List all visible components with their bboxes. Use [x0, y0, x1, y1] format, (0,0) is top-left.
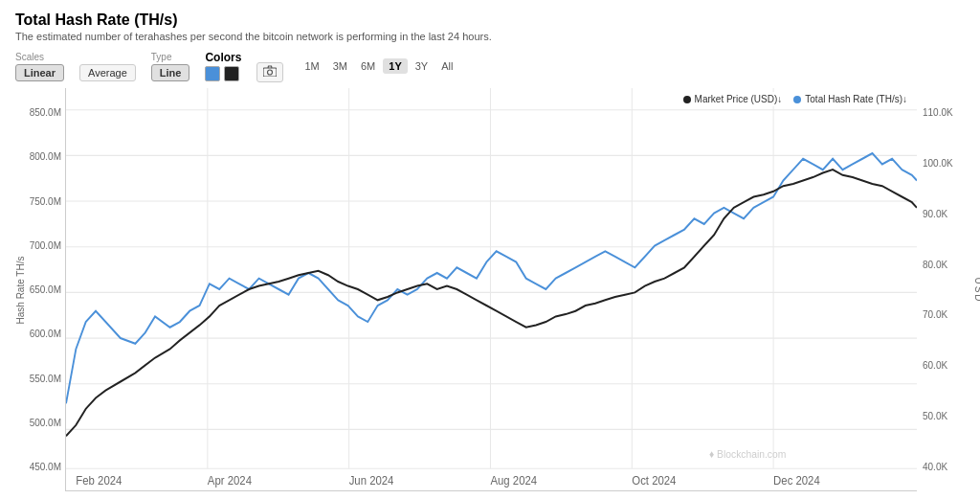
y-right-val-2: 100.0K — [923, 158, 965, 169]
camera-group — [256, 50, 283, 82]
y-left-val-7: 550.0M — [30, 374, 61, 384]
time-1y[interactable]: 1Y — [383, 58, 407, 74]
average-button[interactable]: Average — [79, 64, 136, 81]
chart-svg: Feb 2024 Apr 2024 Jun 2024 Aug 2024 Oct … — [66, 88, 917, 490]
time-buttons: 1M 3M 6M 1Y 3Y All — [299, 58, 458, 74]
legend-item-market-price: Market Price (USD)↓ — [683, 94, 783, 104]
y-left-val-8: 500.0M — [30, 418, 61, 428]
y-right-val-1: 110.0K — [923, 107, 965, 118]
y-right-val-5: 70.0K — [923, 309, 965, 320]
legend-label-hash-rate: Total Hash Rate (TH/s)↓ — [805, 94, 907, 104]
svg-text:Dec 2024: Dec 2024 — [773, 474, 820, 488]
legend-label-market-price: Market Price (USD)↓ — [695, 94, 783, 104]
y-left-val-2: 800.0M — [30, 151, 61, 162]
chart-main: Market Price (USD)↓ Total Hash Rate (TH/… — [65, 88, 917, 491]
color-swatch-blue[interactable] — [205, 66, 220, 81]
main-container: Total Hash Rate (TH/s) The estimated num… — [0, 0, 980, 499]
scales-group: Scales Linear — [15, 52, 64, 81]
time-6m[interactable]: 6M — [355, 58, 381, 74]
svg-text:Feb 2024: Feb 2024 — [76, 474, 122, 488]
time-3m[interactable]: 3M — [327, 58, 353, 74]
color-swatch-black[interactable] — [224, 66, 239, 81]
legend-item-hash-rate: Total Hash Rate (TH/s)↓ — [793, 94, 907, 104]
time-3y[interactable]: 3Y — [410, 58, 434, 74]
y-axis-right: 110.0K 100.0K 90.0K 80.0K 70.0K 60.0K 50… — [917, 88, 965, 491]
chart-title: Total Hash Rate (TH/s) — [15, 11, 965, 29]
average-group: Average — [79, 52, 136, 81]
line-button[interactable]: Line — [151, 64, 190, 81]
time-all[interactable]: All — [435, 58, 458, 74]
hash-rate-line — [66, 153, 917, 403]
y-left-val-1: 850.0M — [30, 107, 61, 118]
chart-area: Hash Rate TH/s 850.0M 800.0M 750.0M 700.… — [15, 88, 965, 491]
svg-point-1 — [268, 70, 273, 75]
y-axis-right-label: USD — [973, 277, 980, 303]
y-left-val-9: 450.0M — [30, 462, 61, 472]
y-left-val-5: 650.0M — [30, 284, 61, 295]
average-spacer — [79, 52, 82, 62]
camera-spacer — [256, 50, 259, 60]
toolbar: Scales Linear Average Type Line Colors — [15, 50, 965, 82]
scales-label: Scales — [15, 52, 44, 62]
colors-label: Colors — [205, 51, 241, 64]
svg-text:Apr 2024: Apr 2024 — [208, 474, 252, 488]
type-label: Type — [151, 52, 172, 62]
time-1m[interactable]: 1M — [299, 58, 324, 74]
legend-dot-market-price — [683, 96, 691, 103]
camera-button[interactable] — [256, 62, 283, 82]
svg-text:Jun 2024: Jun 2024 — [349, 474, 394, 488]
y-left-val-4: 700.0M — [30, 240, 61, 251]
svg-text:♦ Blockchain.com: ♦ Blockchain.com — [709, 447, 786, 460]
camera-icon — [263, 65, 277, 77]
svg-text:Oct 2024: Oct 2024 — [632, 474, 676, 488]
chart-subtitle: The estimated number of terahashes per s… — [15, 31, 965, 42]
y-left-val-3: 750.0M — [30, 196, 61, 207]
svg-rect-0 — [263, 68, 277, 77]
y-right-val-3: 90.0K — [923, 209, 965, 219]
linear-button[interactable]: Linear — [15, 64, 64, 81]
colors-group: Colors — [205, 51, 241, 81]
y-axis-left: Hash Rate TH/s 850.0M 800.0M 750.0M 700.… — [15, 88, 65, 491]
y-axis-left-label: Hash Rate TH/s — [15, 256, 26, 324]
y-right-val-8: 40.0K — [923, 462, 965, 472]
svg-text:Aug 2024: Aug 2024 — [490, 474, 537, 488]
type-group: Type Line — [151, 52, 190, 81]
y-right-val-6: 60.0K — [923, 360, 965, 371]
market-price-line — [66, 170, 917, 436]
y-right-val-4: 80.0K — [923, 260, 965, 270]
y-left-val-6: 600.0M — [30, 329, 61, 339]
legend: Market Price (USD)↓ Total Hash Rate (TH/… — [678, 92, 913, 106]
y-right-val-7: 50.0K — [923, 411, 965, 421]
legend-dot-hash-rate — [793, 96, 801, 103]
